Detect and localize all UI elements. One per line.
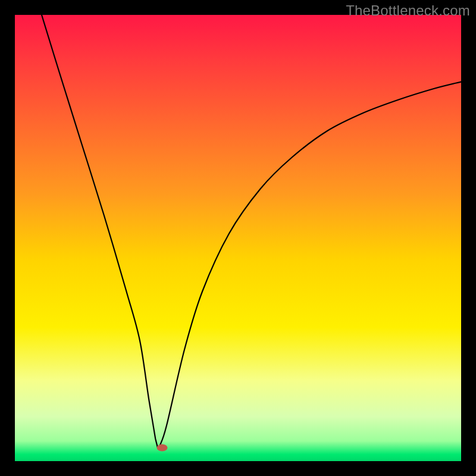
bottleneck-chart [15,15,461,461]
gradient-background [15,15,461,461]
optimal-point-marker [157,444,168,452]
watermark-text: TheBottleneck.com [346,2,470,19]
chart-frame [15,15,461,461]
